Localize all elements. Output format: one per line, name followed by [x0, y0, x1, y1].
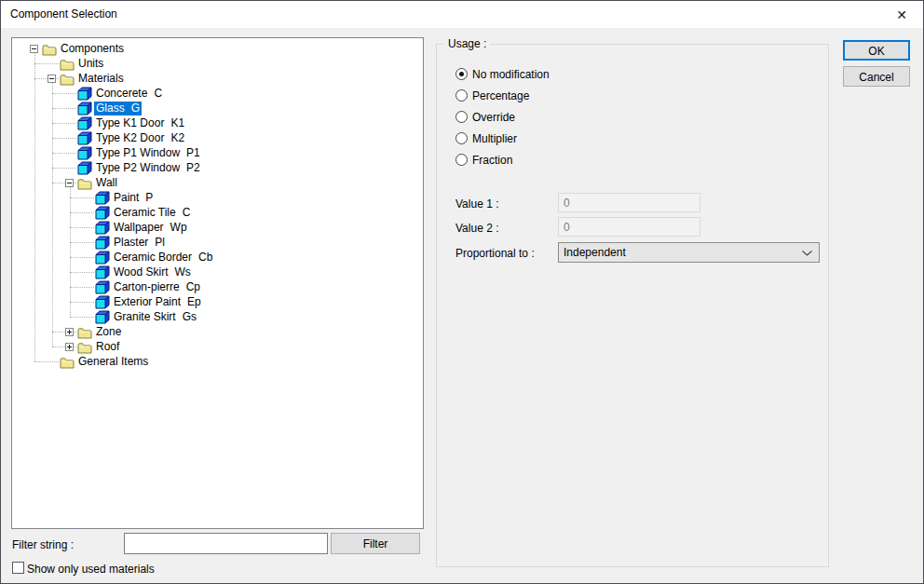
radio-selected-icon[interactable]: [455, 68, 468, 80]
value1-label: Value 1 :: [455, 197, 498, 211]
tree-collapse-icon[interactable]: [65, 179, 74, 187]
tree-connector-line: [52, 153, 77, 154]
tree-item-label[interactable]: General Items: [76, 355, 150, 369]
tree-item: Ceramic BorderCb: [12, 250, 421, 265]
cancel-button[interactable]: Cancel: [843, 66, 910, 87]
show-only-used-label: Show only used materials: [27, 563, 155, 576]
tree-item: Wall: [12, 175, 421, 190]
filter-button[interactable]: Filter: [331, 533, 420, 554]
tree-expand-icon[interactable]: [65, 328, 74, 336]
tree-item-label[interactable]: GlassG: [94, 102, 142, 115]
value1-input[interactable]: [558, 193, 700, 212]
tree-item-label[interactable]: Type P1 WindowP1: [94, 146, 202, 160]
tree-connector-line: [52, 168, 77, 169]
title-bar: Component Selection ✕: [1, 1, 923, 28]
window-title: Component Selection: [10, 7, 117, 20]
tree-item: Type P2 WindowP2: [12, 160, 421, 175]
usage-group-label: Usage :: [444, 37, 490, 50]
tree-item: Components: [12, 41, 421, 56]
radio-unselected-icon[interactable]: [455, 89, 468, 102]
tree-item: GlassG: [12, 101, 421, 115]
radio-option-label: No modification: [472, 68, 550, 81]
tree-connector-line: [34, 361, 60, 362]
tree-connector-line: [34, 63, 60, 64]
radio-unselected-icon[interactable]: [455, 132, 468, 144]
tree-connector-line: [70, 287, 95, 288]
tree-item-label[interactable]: Type K2 DoorK2: [94, 131, 186, 145]
show-only-used-checkbox[interactable]: [12, 562, 24, 574]
tree-connector-line: [52, 93, 77, 94]
tree-item: Exterior PaintEp: [12, 294, 421, 309]
tree-collapse-icon[interactable]: [48, 75, 56, 83]
tree-item-label[interactable]: Units: [76, 57, 105, 71]
tree-item: Carton-pierreCp: [12, 279, 421, 294]
tree-connector-line: [70, 212, 95, 213]
chevron-down-icon: [802, 251, 812, 256]
tree-item: Type K1 DoorK1: [12, 115, 421, 130]
tree-item-label[interactable]: ConcereteC: [94, 87, 164, 101]
tree-connector-line: [70, 197, 95, 198]
tree-item: Materials: [12, 71, 421, 86]
tree-connector-line: [52, 108, 77, 109]
radio-option-label: Override: [472, 111, 515, 124]
tree-item-label[interactable]: PaintP: [112, 191, 155, 205]
value2-label: Value 2 :: [455, 222, 498, 235]
folder-icon: [60, 356, 75, 373]
tree-item: General Items: [12, 354, 421, 369]
radio-option-label: Multiplier: [472, 132, 517, 145]
radio-option-label: Fraction: [472, 154, 512, 167]
tree-item: PaintP: [12, 190, 421, 205]
tree-item-label[interactable]: Type P2 WindowP2: [94, 161, 202, 175]
tree-item: Ceramic TileC: [12, 205, 421, 220]
tree-item-label[interactable]: WallpaperWp: [112, 221, 189, 235]
tree-connector-line: [70, 227, 95, 228]
value2-input[interactable]: [558, 217, 700, 237]
tree-item: Wood SkirtWs: [12, 265, 421, 279]
tree-item: PlasterPl: [12, 235, 421, 250]
tree-connector-line: [70, 317, 95, 318]
tree-connector-line: [52, 138, 77, 139]
radio-option-label: Percentage: [472, 89, 529, 102]
tree-item-label[interactable]: Ceramic BorderCb: [112, 251, 214, 265]
ok-button[interactable]: OK: [843, 40, 910, 61]
usage-groupbox: Usage : No modificationPercentageOverrid…: [436, 44, 829, 567]
radio-unselected-icon[interactable]: [455, 111, 468, 123]
radio-dot: [459, 72, 464, 76]
tree-connector-line: [52, 83, 53, 346]
proportional-to-select[interactable]: Independent: [558, 242, 820, 263]
tree-connector-line: [70, 242, 95, 243]
tree-item: WallpaperWp: [12, 220, 421, 235]
tree-item-label[interactable]: Components: [59, 42, 126, 56]
close-icon[interactable]: ✕: [891, 6, 912, 24]
filter-string-label: Filter string :: [12, 538, 74, 551]
tree-item-label[interactable]: PlasterPl: [112, 236, 167, 250]
component-selection-dialog: Component Selection ✕ Components Units M…: [0, 0, 924, 584]
tree-item-label[interactable]: Carton-pierreCp: [112, 280, 202, 294]
tree-expand-icon[interactable]: [65, 343, 74, 351]
proportional-to-value: Independent: [564, 246, 626, 259]
radio-unselected-icon[interactable]: [455, 154, 468, 166]
tree-item-label[interactable]: Materials: [76, 72, 126, 86]
tree-item-label[interactable]: Roof: [94, 340, 121, 354]
tree-connector-line: [70, 302, 95, 303]
tree-item-label[interactable]: Granite SkirtGs: [112, 310, 198, 324]
tree-item: Granite SkirtGs: [12, 309, 421, 324]
tree-item: Roof: [12, 339, 421, 354]
tree-item: Type K2 DoorK2: [12, 130, 421, 145]
component-tree: Components Units Materials ConcereteC Gl…: [11, 37, 424, 529]
filter-input[interactable]: [124, 533, 328, 554]
tree-connector-line: [70, 272, 95, 273]
tree-item: Type P1 WindowP1: [12, 145, 421, 160]
tree-item-label[interactable]: Type K1 DoorK1: [94, 116, 186, 130]
tree-connector-line: [70, 257, 95, 258]
tree-item: Zone: [12, 324, 421, 339]
tree-item-label[interactable]: Wood SkirtWs: [112, 265, 193, 279]
tree-connector-line: [70, 187, 71, 317]
tree-collapse-icon[interactable]: [30, 45, 38, 53]
tree-item-label[interactable]: Ceramic TileC: [112, 206, 192, 220]
proportional-to-label: Proportional to :: [455, 247, 535, 260]
tree-item: ConcereteC: [12, 86, 421, 101]
tree-item-label[interactable]: Exterior PaintEp: [112, 295, 203, 309]
tree-item-label[interactable]: Zone: [94, 325, 123, 339]
tree-item-label[interactable]: Wall: [94, 176, 119, 190]
